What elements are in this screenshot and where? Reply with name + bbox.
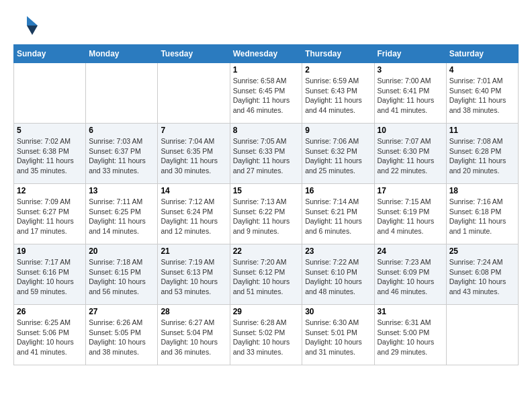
calendar-day-cell: 5Sunrise: 7:02 AM Sunset: 6:38 PM Daylig… <box>14 124 86 184</box>
day-of-week-header: Saturday <box>446 45 518 63</box>
calendar-day-cell: 15Sunrise: 7:13 AM Sunset: 6:22 PM Dayli… <box>230 184 302 244</box>
calendar-day-cell: 17Sunrise: 7:15 AM Sunset: 6:19 PM Dayli… <box>374 184 446 244</box>
calendar-day-cell: 16Sunrise: 7:14 AM Sunset: 6:21 PM Dayli… <box>302 184 374 244</box>
day-number: 15 <box>233 186 300 195</box>
day-number: 14 <box>161 186 226 195</box>
day-number: 1 <box>233 65 300 75</box>
day-number: 30 <box>305 307 371 316</box>
day-info: Sunrise: 6:25 AM Sunset: 5:06 PM Dayligh… <box>17 318 83 357</box>
calendar-day-cell: 3Sunrise: 7:00 AM Sunset: 6:41 PM Daylig… <box>374 63 446 124</box>
calendar-day-cell <box>158 63 230 124</box>
calendar-day-cell: 26Sunrise: 6:25 AM Sunset: 5:06 PM Dayli… <box>14 305 86 365</box>
calendar-day-cell: 6Sunrise: 7:03 AM Sunset: 6:37 PM Daylig… <box>86 124 158 184</box>
day-number: 16 <box>305 186 371 195</box>
svg-marker-0 <box>27 16 38 26</box>
calendar-day-cell <box>446 305 518 365</box>
calendar-day-cell: 2Sunrise: 6:59 AM Sunset: 6:43 PM Daylig… <box>302 63 374 124</box>
day-number: 4 <box>449 65 515 75</box>
day-info: Sunrise: 7:01 AM Sunset: 6:40 PM Dayligh… <box>449 76 515 116</box>
day-number: 21 <box>161 246 226 256</box>
calendar-day-cell <box>86 63 158 124</box>
day-info: Sunrise: 7:13 AM Sunset: 6:22 PM Dayligh… <box>233 197 300 236</box>
day-number: 31 <box>378 307 443 316</box>
day-info: Sunrise: 7:11 AM Sunset: 6:25 PM Dayligh… <box>89 197 154 236</box>
calendar-day-cell: 27Sunrise: 6:26 AM Sunset: 5:05 PM Dayli… <box>86 305 158 365</box>
calendar-day-cell: 29Sunrise: 6:28 AM Sunset: 5:02 PM Dayli… <box>230 305 302 365</box>
day-info: Sunrise: 7:18 AM Sunset: 6:15 PM Dayligh… <box>89 257 154 297</box>
page-header <box>13 13 519 38</box>
day-info: Sunrise: 7:19 AM Sunset: 6:13 PM Dayligh… <box>161 257 226 297</box>
day-number: 6 <box>89 126 154 135</box>
day-info: Sunrise: 7:16 AM Sunset: 6:18 PM Dayligh… <box>449 197 515 236</box>
day-info: Sunrise: 6:58 AM Sunset: 6:45 PM Dayligh… <box>233 76 300 116</box>
calendar-day-cell: 1Sunrise: 6:58 AM Sunset: 6:45 PM Daylig… <box>230 63 302 124</box>
calendar-day-cell: 21Sunrise: 7:19 AM Sunset: 6:13 PM Dayli… <box>158 244 230 305</box>
day-number: 24 <box>378 246 443 256</box>
calendar-day-cell: 22Sunrise: 7:20 AM Sunset: 6:12 PM Dayli… <box>230 244 302 305</box>
day-of-week-header: Sunday <box>14 45 86 63</box>
day-number: 5 <box>17 126 83 135</box>
day-info: Sunrise: 7:23 AM Sunset: 6:09 PM Dayligh… <box>378 257 443 297</box>
calendar-week-row: 1Sunrise: 6:58 AM Sunset: 6:45 PM Daylig… <box>14 63 519 124</box>
calendar-day-cell: 25Sunrise: 7:24 AM Sunset: 6:08 PM Dayli… <box>446 244 518 305</box>
calendar-day-cell: 10Sunrise: 7:07 AM Sunset: 6:30 PM Dayli… <box>374 124 446 184</box>
calendar-day-cell: 12Sunrise: 7:09 AM Sunset: 6:27 PM Dayli… <box>14 184 86 244</box>
calendar-day-cell: 18Sunrise: 7:16 AM Sunset: 6:18 PM Dayli… <box>446 184 518 244</box>
day-number: 19 <box>17 246 83 256</box>
day-number: 23 <box>305 246 371 256</box>
day-info: Sunrise: 7:00 AM Sunset: 6:41 PM Dayligh… <box>378 76 443 116</box>
day-info: Sunrise: 7:06 AM Sunset: 6:32 PM Dayligh… <box>305 136 371 176</box>
day-of-week-header: Wednesday <box>230 45 302 63</box>
calendar-day-cell: 9Sunrise: 7:06 AM Sunset: 6:32 PM Daylig… <box>302 124 374 184</box>
calendar-day-cell: 31Sunrise: 6:31 AM Sunset: 5:00 PM Dayli… <box>374 305 446 365</box>
logo-icon <box>13 13 38 38</box>
calendar-week-row: 5Sunrise: 7:02 AM Sunset: 6:38 PM Daylig… <box>14 124 519 184</box>
day-info: Sunrise: 7:15 AM Sunset: 6:19 PM Dayligh… <box>378 197 443 236</box>
day-info: Sunrise: 6:27 AM Sunset: 5:04 PM Dayligh… <box>161 318 226 357</box>
calendar-day-cell: 13Sunrise: 7:11 AM Sunset: 6:25 PM Dayli… <box>86 184 158 244</box>
day-number: 26 <box>17 307 83 316</box>
day-info: Sunrise: 6:31 AM Sunset: 5:00 PM Dayligh… <box>378 318 443 357</box>
day-number: 7 <box>161 126 226 135</box>
calendar-day-cell: 19Sunrise: 7:17 AM Sunset: 6:16 PM Dayli… <box>14 244 86 305</box>
calendar-day-cell: 24Sunrise: 7:23 AM Sunset: 6:09 PM Dayli… <box>374 244 446 305</box>
calendar-header-row: SundayMondayTuesdayWednesdayThursdayFrid… <box>14 45 519 63</box>
day-info: Sunrise: 6:59 AM Sunset: 6:43 PM Dayligh… <box>305 76 371 116</box>
day-info: Sunrise: 7:20 AM Sunset: 6:12 PM Dayligh… <box>233 257 300 297</box>
day-number: 29 <box>233 307 300 316</box>
day-number: 20 <box>89 246 154 256</box>
day-number: 3 <box>378 65 443 75</box>
calendar-day-cell: 23Sunrise: 7:22 AM Sunset: 6:10 PM Dayli… <box>302 244 374 305</box>
day-of-week-header: Tuesday <box>158 45 230 63</box>
calendar-day-cell: 11Sunrise: 7:08 AM Sunset: 6:28 PM Dayli… <box>446 124 518 184</box>
calendar-week-row: 19Sunrise: 7:17 AM Sunset: 6:16 PM Dayli… <box>14 244 519 305</box>
logo <box>13 13 40 38</box>
day-info: Sunrise: 7:24 AM Sunset: 6:08 PM Dayligh… <box>449 257 515 297</box>
day-number: 13 <box>89 186 154 195</box>
day-of-week-header: Thursday <box>302 45 374 63</box>
day-number: 25 <box>449 246 515 256</box>
calendar-day-cell: 8Sunrise: 7:05 AM Sunset: 6:33 PM Daylig… <box>230 124 302 184</box>
calendar-week-row: 26Sunrise: 6:25 AM Sunset: 5:06 PM Dayli… <box>14 305 519 365</box>
calendar-day-cell: 14Sunrise: 7:12 AM Sunset: 6:24 PM Dayli… <box>158 184 230 244</box>
day-number: 28 <box>161 307 226 316</box>
day-number: 11 <box>449 126 515 135</box>
day-info: Sunrise: 7:08 AM Sunset: 6:28 PM Dayligh… <box>449 136 515 176</box>
calendar-week-row: 12Sunrise: 7:09 AM Sunset: 6:27 PM Dayli… <box>14 184 519 244</box>
day-number: 9 <box>305 126 371 135</box>
day-number: 2 <box>305 65 371 75</box>
day-info: Sunrise: 7:07 AM Sunset: 6:30 PM Dayligh… <box>378 136 443 176</box>
calendar-table: SundayMondayTuesdayWednesdayThursdayFrid… <box>13 44 519 365</box>
day-info: Sunrise: 7:14 AM Sunset: 6:21 PM Dayligh… <box>305 197 371 236</box>
day-info: Sunrise: 7:03 AM Sunset: 6:37 PM Dayligh… <box>89 136 154 176</box>
day-info: Sunrise: 7:02 AM Sunset: 6:38 PM Dayligh… <box>17 136 83 176</box>
day-number: 12 <box>17 186 83 195</box>
calendar-day-cell: 7Sunrise: 7:04 AM Sunset: 6:35 PM Daylig… <box>158 124 230 184</box>
calendar-day-cell: 4Sunrise: 7:01 AM Sunset: 6:40 PM Daylig… <box>446 63 518 124</box>
day-number: 8 <box>233 126 300 135</box>
day-of-week-header: Friday <box>374 45 446 63</box>
day-info: Sunrise: 6:28 AM Sunset: 5:02 PM Dayligh… <box>233 318 300 357</box>
day-number: 18 <box>449 186 515 195</box>
day-info: Sunrise: 7:05 AM Sunset: 6:33 PM Dayligh… <box>233 136 300 176</box>
calendar-day-cell: 20Sunrise: 7:18 AM Sunset: 6:15 PM Dayli… <box>86 244 158 305</box>
